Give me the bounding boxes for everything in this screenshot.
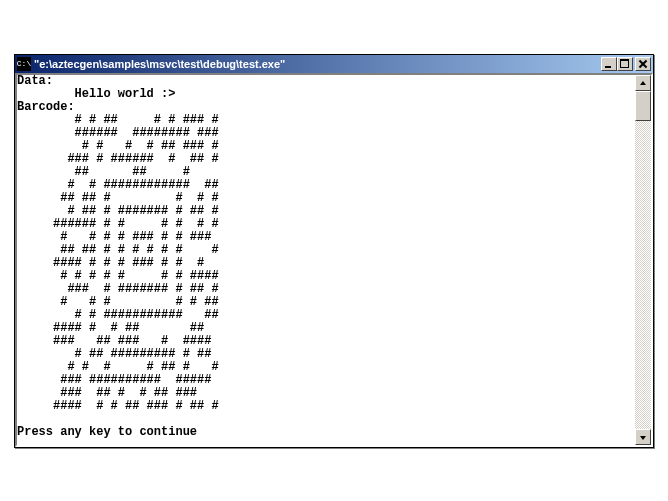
scroll-track[interactable] bbox=[635, 121, 651, 429]
console-output: Data: Hello world :> Barcode: # # ## # #… bbox=[17, 75, 635, 445]
minimize-button[interactable] bbox=[601, 57, 617, 71]
vertical-scrollbar[interactable] bbox=[635, 75, 651, 445]
titlebar[interactable]: C:\ "e:\aztecgen\samples\msvc\test\debug… bbox=[15, 55, 653, 73]
console-window: C:\ "e:\aztecgen\samples\msvc\test\debug… bbox=[14, 54, 654, 448]
window-title: "e:\aztecgen\samples\msvc\test\debug\tes… bbox=[34, 58, 601, 70]
close-button[interactable] bbox=[635, 57, 651, 71]
cmd-icon: C:\ bbox=[17, 57, 31, 71]
window-controls bbox=[601, 57, 651, 71]
client-area: Data: Hello world :> Barcode: # # ## # #… bbox=[15, 73, 653, 447]
scroll-down-button[interactable] bbox=[635, 429, 651, 445]
scroll-up-button[interactable] bbox=[635, 75, 651, 91]
scroll-thumb[interactable] bbox=[635, 91, 651, 121]
maximize-button[interactable] bbox=[617, 57, 633, 71]
